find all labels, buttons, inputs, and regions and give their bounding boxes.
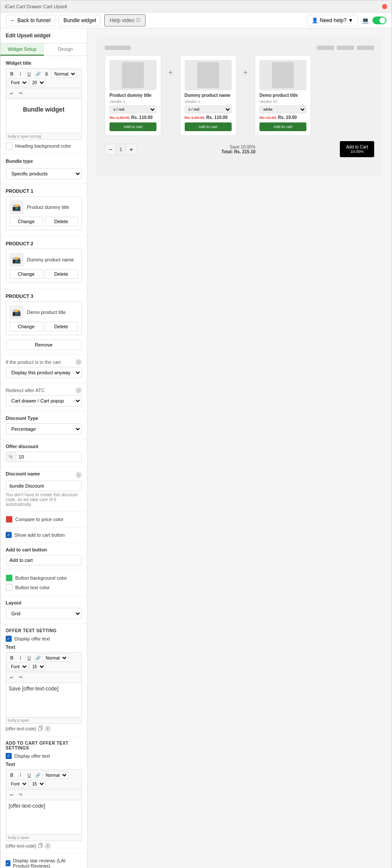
size-select[interactable]: 20 — [29, 79, 46, 86]
offer-discount-label: Offer discount — [6, 444, 82, 449]
cart-behavior-select[interactable]: Display this product anyway — [6, 367, 82, 378]
offer-bold-button[interactable]: B — [8, 654, 16, 662]
offer-italic-button[interactable]: I — [17, 654, 24, 662]
show-add-to-cart-checkbox[interactable]: ✓ — [6, 532, 12, 538]
help-video-button[interactable]: Help video ⓘ — [104, 14, 146, 26]
button-text-color-swatch[interactable] — [6, 584, 13, 591]
product2-preview-title: Dummy product name — [185, 93, 232, 98]
link-button[interactable]: 🔗 — [34, 70, 42, 78]
atc-display-offer-checkbox[interactable]: ✓ — [6, 753, 12, 759]
preview-product-3: Demo product title Vendor 10 white Rs. 2… — [255, 55, 311, 136]
bold-button[interactable]: B — [8, 70, 16, 78]
atc-redo-button[interactable]: ↷ — [17, 791, 24, 799]
product1-delete-button[interactable]: Delete — [45, 217, 78, 226]
bundle-add-to-cart-button[interactable]: Add to Cart 10.00% — [340, 141, 374, 157]
copy-icon[interactable]: 🗍 — [38, 726, 43, 732]
redirect-atc-select[interactable]: Cart drawer / Cart popup — [6, 395, 82, 406]
offer-redo-button[interactable]: ↷ — [17, 673, 24, 681]
offer-text-content: Save [offer-text-code] — [9, 686, 59, 692]
atc-link-button[interactable]: 🔗 — [34, 771, 42, 779]
arrow-left-icon: ← — [10, 17, 16, 23]
offer-underline-button[interactable]: U — [25, 654, 33, 662]
offer-var-info-icon[interactable]: i — [45, 726, 51, 732]
product3-block: 📸 Demo product title Change Delete — [6, 301, 82, 335]
product3-delete-button[interactable]: Delete — [45, 322, 78, 331]
product1-change-button[interactable]: Change — [10, 217, 43, 226]
atc-offer-text-section: ADD TO CART OFFER TEXT SETTINGS ✓ Displa… — [0, 736, 87, 854]
layout-select[interactable]: Grid Slider — [6, 608, 82, 619]
discount-name-input[interactable] — [6, 481, 82, 491]
close-button[interactable] — [382, 4, 387, 9]
atc-size-select[interactable]: 16 — [29, 780, 46, 788]
underline-button[interactable]: U — [25, 70, 33, 78]
heading-bg-color-label: Heading background color — [15, 143, 71, 149]
button-bg-color-swatch[interactable] — [6, 574, 13, 581]
font-select[interactable]: Font — [8, 79, 28, 86]
widget-title-editor[interactable]: Bundle widget — [6, 99, 82, 133]
offer-link-button[interactable]: 🔗 — [34, 654, 42, 662]
product3-add-to-cart-button[interactable]: Add to cart — [259, 122, 306, 131]
offer-discount-input-wrapper: % — [6, 452, 82, 462]
product2-variant-select[interactable]: s / red — [185, 106, 232, 113]
display-offer-text-checkbox[interactable]: ✓ — [6, 636, 12, 642]
remove-product-button[interactable]: Remove — [6, 340, 82, 350]
titlebar: iCart Cart Drawer Cart Upsell — [0, 0, 392, 13]
discount-name-info-icon[interactable]: i — [76, 472, 82, 478]
product2-change-button[interactable]: Change — [10, 269, 43, 279]
redo-button[interactable]: ↷ — [17, 89, 24, 97]
discount-helper-text: You don't have to create this discount c… — [6, 492, 82, 507]
redirect-atc-info-icon[interactable]: i — [76, 387, 82, 393]
atc-undo-button[interactable]: ↵ — [8, 791, 16, 799]
offer-size-select[interactable]: 16 — [29, 663, 46, 670]
add-to-cart-btn-label: Add to cart button — [6, 547, 82, 552]
product3-change-button[interactable]: Change — [10, 322, 43, 331]
add-to-cart-btn-input[interactable] — [6, 555, 82, 565]
atc-underline-button[interactable]: U — [25, 771, 33, 779]
cart-behavior-info-icon[interactable]: i — [76, 359, 82, 365]
offer-format-select[interactable]: Normal — [43, 654, 68, 662]
tab-design[interactable]: Design — [44, 43, 87, 56]
atc-var-info-icon[interactable]: i — [45, 843, 51, 849]
bundle-widget-button[interactable]: Bundle widget — [59, 15, 101, 26]
bundle-widget-label: Bundle widget — [63, 17, 96, 23]
offer-text-editor[interactable]: Save [offer-text-code] — [6, 683, 82, 717]
atc-bold-button[interactable]: B — [8, 771, 16, 779]
tab-widget-setup[interactable]: Widget Setup — [0, 43, 44, 56]
back-to-funnel-button[interactable]: ← Back to funnel — [6, 15, 55, 26]
atc-font-select[interactable]: Font — [8, 780, 28, 788]
atc-var-tag: [offer-text-code] — [6, 844, 36, 848]
heading-bg-color-swatch[interactable] — [6, 142, 13, 149]
align-left-button[interactable]: ≣ — [43, 70, 50, 78]
product1-variant-select[interactable]: s / red — [110, 106, 156, 113]
panel-title: Edit Upsell widget — [6, 33, 82, 39]
left-panel: Edit Upsell widget Widget Setup Design W… — [0, 28, 87, 868]
product1-add-to-cart-button[interactable]: Add to cart — [110, 122, 156, 131]
italic-button[interactable]: I — [17, 70, 24, 78]
format-select[interactable]: Normal H1 — [51, 70, 77, 78]
star-reviews-checkbox[interactable]: ✓ — [6, 860, 10, 866]
add-to-cart-main-label: Add to Cart — [346, 145, 368, 149]
toggle-switch[interactable] — [372, 17, 386, 24]
qty-decrease-button[interactable]: − — [105, 144, 116, 155]
qty-increase-button[interactable]: + — [126, 144, 136, 155]
offer-discount-input[interactable] — [16, 452, 81, 462]
offer-undo-button[interactable]: ↵ — [8, 673, 16, 681]
atc-format-select[interactable]: Normal — [43, 771, 68, 779]
product3-variant-select[interactable]: white — [259, 106, 306, 113]
bundle-type-select[interactable]: Specific products All products Collectio… — [6, 168, 82, 179]
offer-font-select[interactable]: Font — [8, 663, 28, 670]
product2-add-to-cart-button[interactable]: Add to cart — [185, 122, 232, 131]
add-to-cart-discount-label: 10.00% — [346, 149, 368, 154]
need-help-button[interactable]: 👤 Need help? ▼ — [307, 15, 358, 26]
undo-button[interactable]: ↵ — [8, 89, 16, 97]
atc-var-row: [offer-text-code] 🗍 i — [6, 843, 82, 849]
help-video-label: Help video — [110, 17, 134, 23]
atc-italic-button[interactable]: I — [17, 771, 24, 779]
product2-delete-button[interactable]: Delete — [45, 269, 78, 279]
atc-offer-editor[interactable]: [offer-text-code] — [6, 800, 82, 835]
product3-name: Demo product title — [27, 310, 66, 315]
atc-copy-icon[interactable]: 🗍 — [38, 843, 43, 849]
compare-price-color-swatch[interactable] — [6, 516, 13, 523]
qty-value: 1 — [116, 144, 126, 155]
discount-type-select[interactable]: Percentage Fixed amount None — [6, 423, 82, 435]
